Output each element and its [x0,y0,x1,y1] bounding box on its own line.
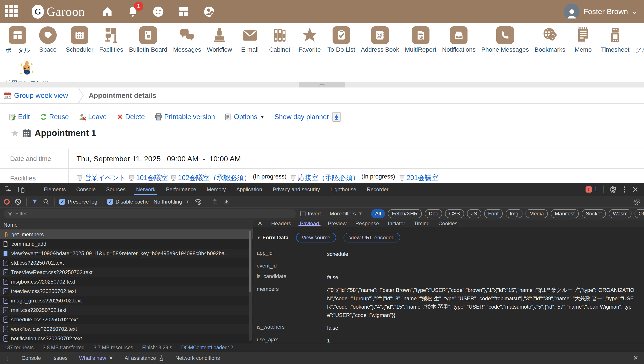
close-detail-icon[interactable]: ✕ [253,220,267,227]
chip-doc[interactable]: Doc [425,209,442,218]
chip-other[interactable]: Other [634,209,644,218]
close-drawer-icon[interactable]: ✕ [628,354,644,362]
request-row[interactable]: view?event=1090&bdate=2025-09-11&uid=58&… [0,248,253,258]
request-list-header[interactable]: Name [0,220,253,230]
device-toolbar-icon[interactable] [18,186,25,193]
tab-response[interactable]: Response [351,220,384,227]
devtools-more-kebab-icon[interactable] [623,186,626,193]
collapse-launcher-button[interactable] [299,82,345,88]
app-email[interactable]: E-mail [238,24,262,53]
drawer-tab-issues[interactable]: Issues [46,355,73,361]
app-memo[interactable]: Memo [571,24,595,53]
request-row[interactable]: ∕ image_grn.css?20250702.text [0,296,253,305]
app-scheduler[interactable]: Scheduler [66,24,94,53]
reuse-button[interactable]: Reuse [39,113,69,121]
show-day-planner-button[interactable]: Show day planner [274,112,341,122]
chip-img[interactable]: Img [506,209,522,218]
app-phone-messages[interactable]: Phone Messages [481,24,529,53]
chip-media[interactable]: Media [526,209,548,218]
throttling-dropdown[interactable]: No throttling ▼ [154,199,189,205]
app-bulletin-board[interactable]: Bulletin Board [129,24,167,53]
request-row[interactable]: ∕ treeview.css?20250702.text [0,286,253,296]
tab-elements[interactable]: Elements [39,183,70,196]
form-data-toggle[interactable]: ▼ Form Data [257,234,288,241]
chip-wasm[interactable]: Wasm [609,209,632,218]
tab-initiator[interactable]: Initiator [384,220,410,227]
preserve-log-checkbox[interactable]: ✓ Preserve log [59,199,97,205]
clear-network-log-icon[interactable] [14,198,22,205]
view-url-encoded-button[interactable]: View URL-encoded [344,233,400,242]
app-timesheet[interactable]: Timesheet [601,24,630,53]
facility-link[interactable]: 201会議室 [399,173,438,182]
facility-link[interactable]: 102会議室（承認必須） [170,173,251,182]
chip-fetch-xhr[interactable]: Fetch/XHR [388,209,422,218]
app-messages[interactable]: Messages [173,24,201,53]
chip-all[interactable]: All [371,209,385,218]
leave-button[interactable]: Leave [78,113,106,121]
profile-status-icon[interactable] [202,4,216,19]
facility-link[interactable]: 101会議室 [128,173,168,182]
request-row[interactable]: ∕ std.css?20250702.text [0,258,253,268]
facility-link[interactable]: 営業イベント [76,173,126,182]
request-row[interactable]: ∕ msgbox.css?20250702.text [0,277,253,286]
view-source-button[interactable]: View source [296,233,336,242]
app-workflow[interactable]: Workflow [207,24,232,53]
portal-switch-icon[interactable] [177,4,191,19]
request-row[interactable]: command_add [0,239,253,248]
app-space[interactable]: Space [36,24,60,53]
app-todo-list[interactable]: To-Do List [328,24,355,53]
close-whats-new-icon[interactable]: ✕ [109,355,113,361]
request-row[interactable]: ∕ notification.css?20250702.text [0,334,253,343]
more-filters-dropdown[interactable]: More filters ▼ [330,210,362,217]
invert-filter-checkbox[interactable]: Invert [300,210,321,217]
tab-console[interactable]: Console [72,183,100,196]
notifications-bell-icon[interactable]: 1 [126,4,140,19]
tab-sources[interactable]: Sources [101,183,130,196]
tab-timing[interactable]: Timing [410,220,434,227]
printable-version-button[interactable]: Printable version [154,113,215,121]
disable-cache-checkbox[interactable]: ✓ Disable cache [107,199,149,205]
export-har-icon[interactable] [223,198,230,205]
network-settings-gear-icon[interactable] [634,198,640,205]
drawer-tab-whats-new[interactable]: What's new ✕ [73,355,119,361]
request-row[interactable]: ∕ schedule.css?20250702.text [0,315,253,324]
search-icon[interactable] [43,198,50,205]
request-list-scrollbar[interactable] [248,230,252,341]
app-address-book[interactable]: @ Address Book [361,24,399,53]
app-launcher-grid-icon[interactable] [5,4,19,19]
request-row[interactable]: ∕ TreeViewReact.css?20250702.text [0,268,253,277]
app-bookmarks[interactable]: Bookmarks [534,24,565,53]
tab-performance[interactable]: Performance [161,183,201,196]
app-cabinet[interactable]: Cabinet [268,24,292,53]
tab-preview[interactable]: Preview [323,220,351,227]
issues-counter[interactable]: ! 1 [586,186,597,192]
drawer-tab-console[interactable]: Console [16,355,46,361]
filter-input[interactable] [15,210,292,217]
user-menu[interactable]: Foster Brown ⌄ [564,0,638,23]
app-favorite[interactable]: Favorite [298,24,322,53]
delete-button[interactable]: Delete [116,113,145,121]
home-icon[interactable] [100,4,114,19]
breadcrumb-group-week-view[interactable]: Group week view [4,92,68,100]
request-row[interactable]: ∕ workflow.css?20250702.text [0,324,253,334]
drawer-tab-network-conditions[interactable]: Network conditions [170,355,226,361]
inspect-element-icon[interactable] [4,186,12,193]
record-network-log-button[interactable] [4,199,10,205]
request-row-get-members[interactable]: {} get_members [0,230,253,239]
network-conditions-icon[interactable] [194,198,202,206]
devtools-settings-gear-icon[interactable] [610,186,617,193]
reactions-smiley-icon[interactable] [151,4,165,19]
app-portal[interactable]: ポータル [5,24,30,54]
options-menu-button[interactable]: Options ▼ [225,113,265,121]
app-multireport[interactable]: MultiReport [405,24,436,53]
tab-application[interactable]: Application [232,183,267,196]
chip-css[interactable]: CSS [445,209,464,218]
tab-memory[interactable]: Memory [202,183,231,196]
tab-network[interactable]: Network [131,183,160,196]
chip-font[interactable]: Font [484,209,503,218]
drawer-more-kebab-icon[interactable]: ⋮ [0,354,16,362]
favorite-star-toggle-icon[interactable]: ★ [10,128,19,139]
tab-privacy-security[interactable]: Privacy and security [268,183,325,196]
tab-cookies[interactable]: Cookies [434,220,462,227]
app-facilities[interactable]: Facilities [99,24,123,53]
